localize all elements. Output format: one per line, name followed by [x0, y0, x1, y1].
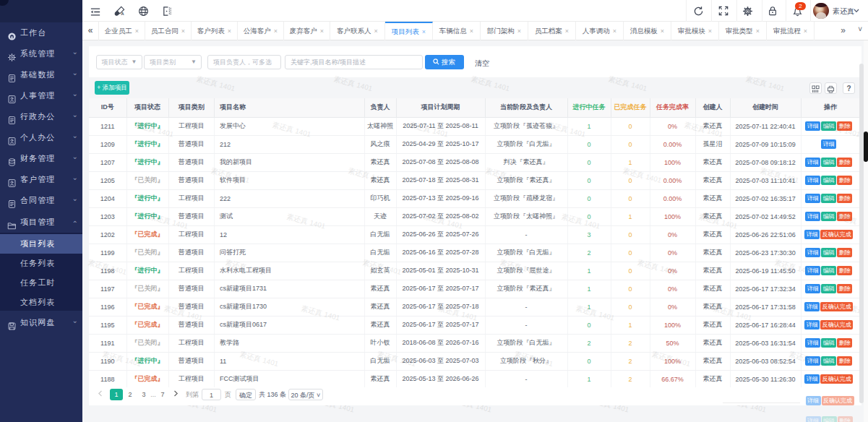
svg-text:素还真 1401: 素还真 1401 [744, 74, 785, 92]
svg-text:A: A [121, 12, 124, 16]
svg-text:素还真 1401: 素还真 1401 [607, 74, 648, 92]
svg-text:素还真 1401: 素还真 1401 [195, 74, 236, 92]
svg-text:素还真 1401: 素还真 1401 [470, 74, 510, 92]
svg-text:素还真 1401: 素还真 1401 [332, 74, 373, 92]
